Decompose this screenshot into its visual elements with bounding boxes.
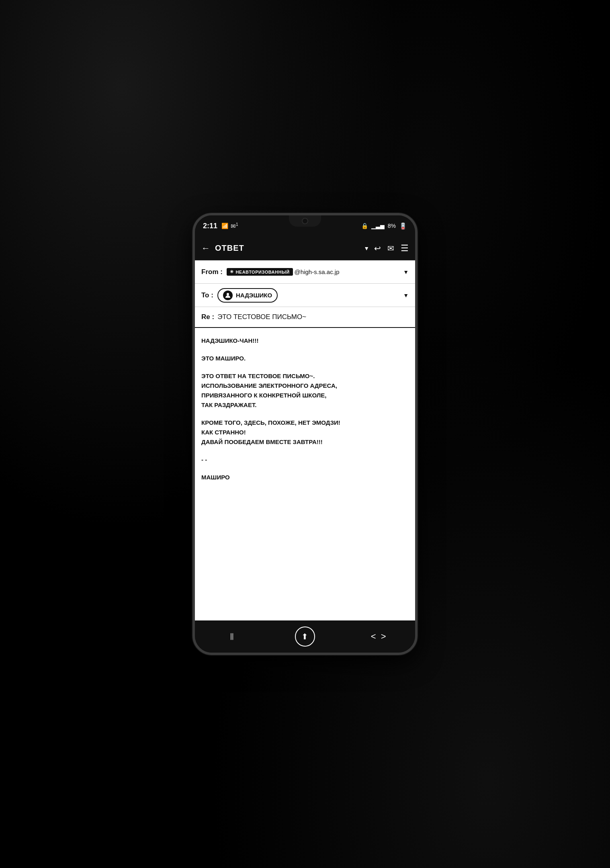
body-line2: ЭТО ОТВЕТ НА ТЕСТОВОЕ ПИСЬМО~.ИСПОЛЬЗОВА… xyxy=(201,371,409,410)
header-title: ОТВЕТ xyxy=(215,244,359,253)
to-dropdown-arrow[interactable]: ▼ xyxy=(403,292,409,299)
to-recipient-chip[interactable]: НАДЭШИКО xyxy=(217,288,278,303)
home-icon: ⬆ xyxy=(295,626,315,647)
sender-email: @high-s.sa.ac.jp xyxy=(295,268,340,275)
to-label: To : xyxy=(201,291,213,299)
back-nav-button[interactable]: ⦀ xyxy=(219,624,244,649)
header-dropdown-arrow[interactable]: ▼ xyxy=(364,245,369,252)
header-icons: ↩ ✉ ☰ xyxy=(374,243,409,254)
undo-icon[interactable]: ↩ xyxy=(374,244,381,253)
body-greeting: НАДЭШИКО-ЧАН!!! xyxy=(201,336,409,346)
lock-icon: 🔒 xyxy=(361,223,368,229)
mail-badge: 1 xyxy=(236,222,238,227)
home-nav-button[interactable]: ⬆ xyxy=(293,624,317,649)
from-field-row: From : ✳ НЕАВТОРИЗОВАННЫЙ @high-s.sa.ac.… xyxy=(195,260,415,284)
recipient-avatar xyxy=(223,291,233,300)
home-up-arrow: ⬆ xyxy=(301,632,308,641)
back-nav-icon: ⦀ xyxy=(230,631,233,642)
status-right: 🔒 ▁▃▅ 8% 🪫 xyxy=(361,222,407,230)
status-icons: 📶 ✉︎1 xyxy=(221,222,238,230)
nav-prev-next: < > xyxy=(366,624,391,649)
email-content: From : ✳ НЕАВТОРИЗОВАННЫЙ @high-s.sa.ac.… xyxy=(195,260,415,620)
recipient-name: НАДЭШИКО xyxy=(236,292,272,299)
body-signature: МАШИРО xyxy=(201,473,409,482)
to-field-row: To : НАДЭШИКО ▼ xyxy=(195,284,415,307)
sender-censored-badge: ✳ НЕАВТОРИЗОВАННЫЙ xyxy=(227,268,293,276)
back-button[interactable]: ← xyxy=(201,243,210,254)
battery-percent: 8% xyxy=(388,223,396,229)
svg-point-0 xyxy=(227,293,229,295)
send-icon[interactable]: ✉ xyxy=(387,244,394,253)
from-sender: ✳ НЕАВТОРИЗОВАННЫЙ @high-s.sa.ac.jp ▼ xyxy=(227,268,409,276)
censored-text: НЕАВТОРИЗОВАННЫЙ xyxy=(235,270,289,274)
next-icon[interactable]: > xyxy=(381,631,386,642)
from-dropdown-arrow[interactable]: ▼ xyxy=(403,269,409,275)
subject-row: Re : ЭТО ТЕСТОВОЕ ПИСЬМО~ xyxy=(195,307,415,328)
wifi-icon: 📶 xyxy=(221,223,228,229)
subject-text: ЭТО ТЕСТОВОЕ ПИСЬМО~ xyxy=(217,313,306,321)
camera-dot xyxy=(302,218,308,224)
status-left: 2:11 📶 ✉︎1 xyxy=(203,222,238,230)
phone-device: 2:11 📶 ✉︎1 🔒 ▁▃▅ 8% 🪫 ← ОТВЕТ ▼ ↩ ✉ ☰ Fr… xyxy=(192,213,418,655)
re-label: Re : xyxy=(201,313,214,321)
menu-icon[interactable]: ☰ xyxy=(401,243,409,254)
email-body: НАДЭШИКО-ЧАН!!! ЭТО МАШИРО. ЭТО ОТВЕТ НА… xyxy=(195,328,415,620)
bottom-nav: ⦀ ⬆ < > xyxy=(195,620,415,653)
app-header: ← ОТВЕТ ▼ ↩ ✉ ☰ xyxy=(195,236,415,260)
signal-bars: ▁▃▅ xyxy=(371,223,385,229)
body-separator: - - xyxy=(201,455,409,465)
body-line1: ЭТО МАШИРО. xyxy=(201,354,409,363)
battery-icon: 🪫 xyxy=(399,222,407,230)
from-label: From : xyxy=(201,268,223,276)
status-time: 2:11 xyxy=(203,222,217,230)
snowflake-icon: ✳ xyxy=(230,269,234,274)
phone-notch xyxy=(289,215,321,227)
prev-icon[interactable]: < xyxy=(371,631,376,642)
mail-icon: ✉︎1 xyxy=(231,222,238,230)
body-line3: КРОМЕ ТОГО, ЗДЕСЬ, ПОХОЖЕ, НЕТ ЭМОДЗИ!КА… xyxy=(201,418,409,447)
